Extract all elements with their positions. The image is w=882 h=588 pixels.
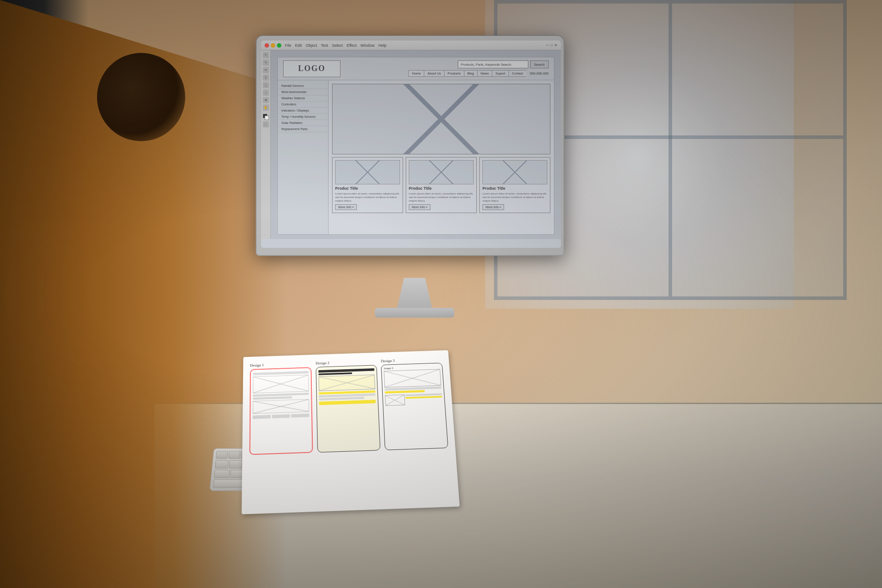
wireframe-header: LOGO Products, Parts, Keywords Search Se… — [278, 57, 554, 80]
product-card-2: Produc Title Lorem ipsum dolor sit amet,… — [406, 157, 477, 213]
svg-line-9 — [385, 395, 404, 405]
monitor-screen: File Edit Object Text Select Effect Wind… — [261, 41, 561, 248]
nav-row: Home About Us Products Blog News Suport … — [408, 70, 549, 77]
window-close-icon[interactable]: ✕ — [554, 43, 557, 47]
tab-text[interactable]: Text — [321, 43, 328, 48]
design-3-phone: Image 3 — [381, 363, 448, 450]
sidebar-controllers[interactable]: Controllers — [278, 101, 328, 108]
product-title-3: Produc Title — [482, 186, 547, 191]
design-3-label: Design 3 — [381, 357, 442, 363]
select-tool-icon[interactable]: ↖ — [263, 52, 269, 58]
sketch-small-img — [385, 394, 405, 406]
sketch-button-row — [253, 414, 309, 419]
tab-select[interactable]: Select — [332, 43, 343, 48]
nav-news[interactable]: News — [477, 70, 492, 77]
nav-support[interactable]: Suport — [492, 70, 508, 77]
sidebar-indicators[interactable]: Indicators / Displays — [278, 108, 328, 114]
tab-effect[interactable]: Effect — [347, 43, 357, 48]
type-tool-icon[interactable]: T — [263, 75, 269, 81]
search-row: Products, Parts, Keywords Search Search — [458, 60, 549, 68]
monitor-bezel: File Edit Object Text Select Effect Wind… — [256, 35, 564, 256]
sketch-img-yellow — [318, 375, 375, 391]
color-swatches[interactable] — [263, 114, 269, 120]
sketch-img-block-2 — [253, 399, 309, 414]
design-2-phone — [316, 365, 381, 453]
svg-line-3 — [253, 400, 309, 413]
design-1-phone — [249, 367, 313, 455]
product-desc-1: Lorem ipsum dolor sit amet, consectetur … — [335, 192, 400, 202]
design-2-sketch: Design 2 — [315, 359, 381, 453]
nav-products[interactable]: Products — [444, 70, 464, 77]
monitor-base — [375, 308, 454, 318]
nav-home[interactable]: Home — [408, 70, 424, 77]
sketch-text-yellow — [405, 396, 442, 399]
ellipse-tool-icon[interactable]: ○ — [263, 90, 269, 96]
design-1-sketch: Design 1 — [249, 361, 313, 455]
tab-help[interactable]: Help — [378, 43, 387, 48]
sketch-img-3 — [384, 369, 441, 388]
sketch-img-block — [253, 375, 309, 393]
key[interactable] — [216, 451, 228, 459]
hero-image-placeholder — [332, 84, 550, 154]
sketch-cta-yellow — [319, 400, 376, 405]
product-image-2 — [409, 160, 474, 184]
product-card-1: Produc Title Lorem ipsum dolor sit amet,… — [332, 157, 403, 213]
main-canvas: LOGO Products, Parts, Keywords Search Se… — [271, 50, 561, 239]
minimize-button[interactable] — [271, 43, 275, 48]
product-more-info-3[interactable]: More Info » — [482, 204, 504, 210]
sidebar-wind[interactable]: Wind Anemometer — [278, 89, 328, 95]
paper-sheet: Design 1 — [242, 350, 460, 514]
search-button[interactable]: Search — [530, 60, 549, 68]
paper-designs: Design 1 — [242, 350, 478, 524]
key[interactable] — [229, 460, 243, 468]
sidebar-rainfall[interactable]: Rainfall Sensors — [278, 83, 328, 89]
hand-tool-icon[interactable]: ✋ — [263, 105, 269, 111]
canvas-area: ↖ ↖ ✏ T □ ○ ⊕ ✋ ⬚ — [261, 50, 561, 239]
sketch-text-col — [405, 393, 443, 405]
product-cards: Produc Title Lorem ipsum dolor sit amet,… — [332, 157, 550, 213]
window-restore-icon[interactable]: □ — [550, 43, 553, 47]
product-desc-2: Lorem ipsum dolor sit amet, consectetur … — [409, 192, 474, 202]
sidebar-solar[interactable]: Solar Radiation — [278, 120, 328, 126]
nav-contact[interactable]: Contact — [508, 70, 527, 77]
tab-file[interactable]: File — [285, 43, 292, 48]
svg-line-1 — [253, 375, 308, 393]
direct-select-icon[interactable]: ↖ — [263, 60, 269, 66]
close-button[interactable] — [265, 43, 269, 48]
sidebar-weather[interactable]: Weather Stations — [278, 95, 328, 101]
window-controls: ─ □ ✕ — [546, 43, 557, 47]
sidebar-replacement[interactable]: Replacement Parts — [278, 126, 328, 132]
tab-object[interactable]: Object — [306, 43, 317, 48]
search-input[interactable]: Products, Parts, Keywords Search — [458, 60, 528, 68]
key[interactable] — [215, 460, 228, 468]
sidebar-temp[interactable]: Temp / Humidity Sensors — [278, 114, 328, 120]
key[interactable] — [214, 469, 230, 478]
pen-tool-icon[interactable]: ✏ — [263, 67, 269, 73]
product-title-1: Produc Title — [335, 186, 400, 191]
artboard-tool-icon[interactable]: ⬚ — [263, 121, 269, 127]
maximize-button[interactable] — [277, 43, 281, 48]
tab-edit[interactable]: Edit — [295, 43, 302, 48]
product-title-2: Produc Title — [409, 186, 474, 191]
product-more-info-2[interactable]: More Info » — [409, 204, 430, 210]
nav-blog[interactable]: Blog — [464, 70, 477, 77]
wireframe: LOGO Products, Parts, Keywords Search Se… — [277, 57, 554, 235]
sketch-row — [385, 393, 442, 406]
key[interactable] — [228, 451, 240, 459]
tab-window[interactable]: Window — [360, 43, 374, 48]
wireframe-body: Rainfall Sensors Wind Anemometer Weather… — [278, 80, 554, 234]
nav-about[interactable]: About Us — [424, 70, 444, 77]
left-toolbar: ↖ ↖ ✏ T □ ○ ⊕ ✋ ⬚ — [261, 50, 271, 239]
app-titlebar: File Edit Object Text Select Effect Wind… — [261, 41, 561, 50]
product-more-info-1[interactable]: More Info » — [335, 204, 357, 210]
product-desc-3: Lorem ipsum dolor sit amet, consectetur … — [482, 192, 547, 202]
sketch-block — [253, 396, 292, 400]
product-image-3 — [482, 160, 547, 184]
wireframe-sidebar: Rainfall Sensors Wind Anemometer Weather… — [278, 80, 329, 234]
window-minimize-icon[interactable]: ─ — [546, 43, 549, 47]
design-3-sketch: Design 3 Image 3 — [381, 357, 448, 450]
rect-tool-icon[interactable]: □ — [263, 82, 269, 88]
zoom-tool-icon[interactable]: ⊕ — [263, 97, 269, 103]
screen-content: File Edit Object Text Select Effect Wind… — [261, 41, 561, 248]
sketch-block — [253, 393, 309, 397]
